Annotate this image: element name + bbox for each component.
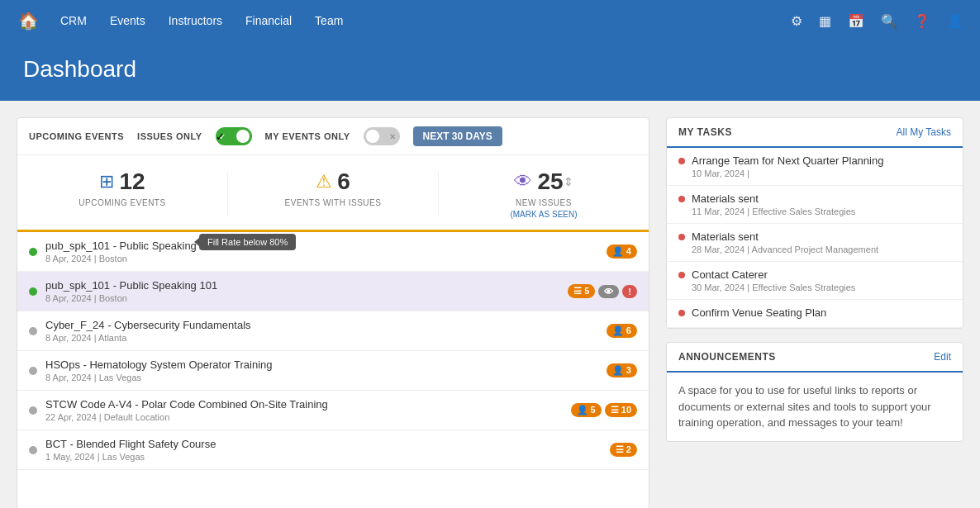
event-badges: ☰ 2 <box>610 443 637 457</box>
event-badge: ! <box>622 285 637 298</box>
new-issues-label: NEW ISSUES <box>439 198 649 207</box>
event-meta: 22 Apr, 2024 | Default Location <box>45 412 571 422</box>
nav-financial[interactable]: Financial <box>235 0 302 41</box>
warning-stat-icon: ⚠ <box>316 171 332 192</box>
event-meta: 1 May, 2024 | Las Vegas <box>45 452 610 462</box>
upcoming-events-panel: UPCOMING EVENTS ISSUES ONLY ✓ MY EVENTS … <box>17 117 649 508</box>
event-badge: 👤 5 <box>571 403 602 417</box>
help-icon[interactable]: ❓ <box>907 13 937 29</box>
filter-bar: UPCOMING EVENTS ISSUES ONLY ✓ MY EVENTS … <box>17 118 649 155</box>
grid-icon[interactable]: ▦ <box>812 13 838 29</box>
fill-rate-tooltip: Fill Rate below 80% <box>199 234 296 250</box>
home-icon[interactable]: 🏠 <box>10 11 47 31</box>
all-my-tasks-link[interactable]: All My Tasks <box>897 126 951 138</box>
task-meta: 11 Mar, 2024 | Effective Sales Strategie… <box>692 207 855 216</box>
nav-instructors[interactable]: Instructors <box>159 0 232 41</box>
issues-only-toggle[interactable]: ✓ <box>216 127 252 145</box>
announcements-header: ANNOUNCEMENTS Edit <box>667 343 963 373</box>
my-events-only-label: MY EVENTS ONLY <box>265 131 350 141</box>
upcoming-label: UPCOMING EVENTS <box>17 198 227 207</box>
my-events-only-toggle[interactable]: ✕ <box>364 127 400 145</box>
navbar: 🏠 CRM Events Instructors Financial Team … <box>0 0 980 41</box>
calendar-icon[interactable]: 📅 <box>841 13 871 29</box>
event-dot <box>29 406 37 415</box>
task-item[interactable]: Materials sent11 Mar, 2024 | Effective S… <box>667 186 963 224</box>
event-badge: 👤 3 <box>607 363 637 377</box>
event-info: HSOps - Hematology System Operator Train… <box>45 358 607 382</box>
task-item[interactable]: Materials sent28 Mar, 2024 | Advanced Pr… <box>667 224 963 262</box>
event-info: pub_spk_101 - Public Speaking 1018 Apr, … <box>45 240 607 263</box>
task-content: Materials sent28 Mar, 2024 | Advanced Pr… <box>692 230 878 254</box>
event-name: pub_spk_101 - Public Speaking 101 <box>45 279 568 292</box>
task-dot <box>678 310 685 316</box>
event-badge: ☰ 2 <box>610 443 637 457</box>
mark-as-seen-link[interactable]: (MARK AS SEEN) <box>510 210 577 219</box>
task-item[interactable]: Contact Caterer30 Mar, 2024 | Effective … <box>667 262 963 300</box>
event-badges: 👤 3 <box>607 363 637 377</box>
event-info: Cyber_F_24 - Cybersecurity Fundamentals8… <box>45 319 607 343</box>
event-info: STCW Code A-V4 - Polar Code Combined On-… <box>45 398 571 422</box>
task-content: Confirm Venue Seating Plan <box>692 306 826 320</box>
event-badge: 👁 <box>598 285 619 298</box>
event-badge: ☰ 10 <box>605 403 637 417</box>
event-row[interactable]: Cyber_F_24 - Cybersecurity Fundamentals8… <box>17 311 649 351</box>
event-row[interactable]: STCW Code A-V4 - Polar Code Combined On-… <box>17 391 649 430</box>
right-panel: MY TASKS All My Tasks Arrange Team for N… <box>666 117 963 508</box>
issues-label: EVENTS WITH ISSUES <box>228 198 438 207</box>
next-30-days-button[interactable]: NEXT 30 DAYS <box>413 126 502 146</box>
task-item[interactable]: Confirm Venue Seating Plan <box>667 300 963 328</box>
search-icon[interactable]: 🔍 <box>874 13 904 29</box>
task-dot <box>678 196 685 202</box>
task-dot <box>678 272 685 278</box>
event-dot <box>29 248 37 256</box>
issues-only-label: ISSUES ONLY <box>137 131 202 141</box>
event-dot <box>29 446 37 454</box>
task-meta: 10 Mar, 2024 | <box>692 169 883 178</box>
announcements-panel: ANNOUNCEMENTS Edit A space for you to us… <box>666 342 963 442</box>
task-dot <box>678 234 685 240</box>
task-content: Arrange Team for Next Quarter Planning10… <box>692 154 883 178</box>
announcements-edit-link[interactable]: Edit <box>934 351 951 363</box>
event-dot <box>29 367 37 375</box>
tasks-panel: MY TASKS All My Tasks Arrange Team for N… <box>666 117 963 329</box>
events-list: Fill Rate below 80%pub_spk_101 - Public … <box>17 232 649 470</box>
upcoming-count: 12 <box>119 169 145 195</box>
nav-events[interactable]: Events <box>100 0 155 41</box>
event-row[interactable]: HSOps - Hematology System Operator Train… <box>17 351 649 391</box>
event-badges: 👤 4 <box>607 245 637 259</box>
nav-crm[interactable]: CRM <box>50 0 97 41</box>
task-dot <box>678 158 685 164</box>
event-name: Cyber_F_24 - Cybersecurity Fundamentals <box>45 319 607 331</box>
issues-stat: ⚠ 6 EVENTS WITH ISSUES <box>228 169 438 220</box>
task-meta: 28 Mar, 2024 | Advanced Project Manageme… <box>692 245 878 254</box>
task-meta: 30 Mar, 2024 | Effective Sales Strategie… <box>692 282 855 292</box>
event-name: pub_spk_101 - Public Speaking 101 <box>45 240 607 252</box>
event-row[interactable]: BCT - Blended Flight Safety Course1 May,… <box>17 430 649 470</box>
user-icon[interactable]: 👤 <box>940 13 970 29</box>
event-badge: ☰ 5 <box>568 284 595 298</box>
event-meta: 8 Apr, 2024 | Boston <box>45 254 607 263</box>
stats-row: ⊞ 12 UPCOMING EVENTS ⚠ 6 EVENTS WITH ISS… <box>17 155 649 232</box>
event-badges: 👤 5☰ 10 <box>571 403 637 417</box>
tasks-title: MY TASKS <box>678 126 732 138</box>
settings-icon[interactable]: ⚙ <box>784 13 809 29</box>
issues-count: 6 <box>337 169 350 195</box>
nav-team[interactable]: Team <box>305 0 353 41</box>
event-name: HSOps - Hematology System Operator Train… <box>45 358 607 371</box>
event-row[interactable]: Fill Rate below 80%pub_spk_101 - Public … <box>17 232 649 272</box>
upcoming-events-label: UPCOMING EVENTS <box>29 131 124 141</box>
event-badge: 👤 6 <box>607 324 637 338</box>
task-name: Materials sent <box>692 230 878 243</box>
new-issues-stat: 👁 25 ⇕ NEW ISSUES (MARK AS SEEN) <box>439 169 649 220</box>
event-badges: 👤 6 <box>607 324 637 338</box>
event-meta: 8 Apr, 2024 | Boston <box>45 293 568 303</box>
announcements-title: ANNOUNCEMENTS <box>678 351 776 363</box>
task-content: Materials sent11 Mar, 2024 | Effective S… <box>692 192 855 216</box>
task-item[interactable]: Arrange Team for Next Quarter Planning10… <box>667 148 963 186</box>
event-row[interactable]: pub_spk_101 - Public Speaking 1018 Apr, … <box>17 272 649 311</box>
announcements-body: A space for you to use for useful links … <box>667 373 963 441</box>
main-content: UPCOMING EVENTS ISSUES ONLY ✓ MY EVENTS … <box>0 101 980 508</box>
task-name: Confirm Venue Seating Plan <box>692 306 826 319</box>
upcoming-events-stat: ⊞ 12 UPCOMING EVENTS <box>17 169 227 220</box>
event-name: STCW Code A-V4 - Polar Code Combined On-… <box>45 398 571 411</box>
